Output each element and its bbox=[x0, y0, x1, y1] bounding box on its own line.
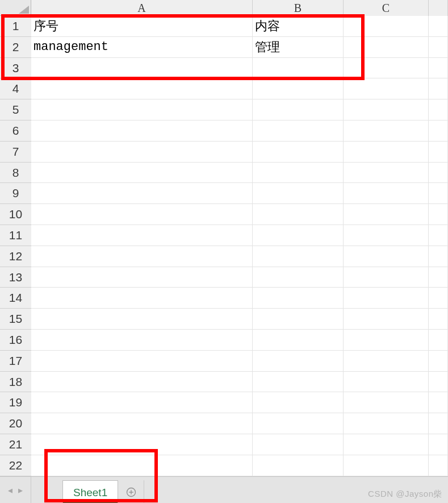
nav-next-icon[interactable]: ▸ bbox=[18, 485, 23, 496]
add-sheet-button[interactable] bbox=[118, 480, 144, 503]
cell-edge[interactable] bbox=[429, 372, 448, 393]
cell-edge[interactable] bbox=[429, 37, 448, 58]
cell[interactable] bbox=[31, 120, 253, 142]
cell[interactable] bbox=[253, 351, 344, 372]
cell[interactable] bbox=[253, 142, 344, 163]
row-header[interactable]: 3 bbox=[0, 58, 31, 79]
row-header[interactable]: 10 bbox=[0, 204, 31, 225]
column-header-A[interactable]: A bbox=[31, 0, 253, 16]
cell-edge[interactable] bbox=[429, 330, 448, 351]
cell-edge[interactable] bbox=[429, 413, 448, 434]
row-header[interactable]: 12 bbox=[0, 246, 31, 267]
cell-C2[interactable] bbox=[344, 37, 429, 58]
sheet-tab-active[interactable]: Sheet1 bbox=[62, 480, 118, 503]
row-header[interactable]: 21 bbox=[0, 434, 31, 455]
cell[interactable] bbox=[31, 309, 253, 330]
cell-B2[interactable]: 管理 bbox=[253, 37, 344, 58]
row-header[interactable]: 17 bbox=[0, 351, 31, 372]
cell-edge[interactable] bbox=[429, 455, 448, 476]
cell-edge[interactable] bbox=[429, 267, 448, 288]
cell[interactable] bbox=[253, 267, 344, 288]
cell-edge[interactable] bbox=[429, 163, 448, 184]
cell[interactable] bbox=[344, 288, 429, 309]
cell[interactable] bbox=[344, 99, 429, 120]
cell[interactable] bbox=[344, 372, 429, 393]
cell-edge[interactable] bbox=[429, 434, 448, 455]
cell-edge[interactable] bbox=[429, 246, 448, 267]
cell[interactable] bbox=[253, 330, 344, 351]
row-header[interactable]: 19 bbox=[0, 392, 31, 413]
row-header[interactable]: 16 bbox=[0, 330, 31, 351]
select-all-corner[interactable] bbox=[0, 0, 31, 16]
row-header[interactable]: 5 bbox=[0, 99, 31, 120]
cell[interactable] bbox=[31, 267, 253, 288]
cell[interactable] bbox=[344, 78, 429, 99]
cell[interactable] bbox=[31, 183, 253, 204]
cell[interactable] bbox=[31, 142, 253, 163]
row-header[interactable]: 4 bbox=[0, 78, 31, 99]
column-header-B[interactable]: B bbox=[253, 0, 344, 16]
cell-edge[interactable] bbox=[429, 309, 448, 330]
cell-edge[interactable] bbox=[429, 288, 448, 309]
row-header[interactable]: 20 bbox=[0, 413, 31, 434]
nav-prev-icon[interactable]: ◂ bbox=[8, 485, 12, 496]
cell-edge[interactable] bbox=[429, 183, 448, 204]
row-header[interactable]: 18 bbox=[0, 372, 31, 393]
cell[interactable] bbox=[253, 225, 344, 246]
cell-edge[interactable] bbox=[429, 99, 448, 120]
cell[interactable] bbox=[344, 309, 429, 330]
row-header[interactable]: 22 bbox=[0, 455, 31, 476]
cell[interactable] bbox=[253, 372, 344, 393]
cell[interactable] bbox=[31, 351, 253, 372]
cell[interactable] bbox=[31, 246, 253, 267]
cell[interactable] bbox=[344, 434, 429, 455]
cell[interactable] bbox=[253, 288, 344, 309]
cell[interactable] bbox=[253, 58, 344, 79]
row-header[interactable]: 2 bbox=[0, 37, 31, 58]
cell[interactable] bbox=[344, 413, 429, 434]
cell[interactable] bbox=[31, 372, 253, 393]
cell[interactable] bbox=[31, 163, 253, 184]
cell[interactable] bbox=[31, 99, 253, 120]
row-header[interactable]: 8 bbox=[0, 163, 31, 184]
cell[interactable] bbox=[253, 163, 344, 184]
cell[interactable] bbox=[344, 120, 429, 142]
cell[interactable] bbox=[344, 330, 429, 351]
cell[interactable] bbox=[31, 392, 253, 413]
cell[interactable] bbox=[253, 434, 344, 455]
cell[interactable] bbox=[31, 413, 253, 434]
cell-edge[interactable] bbox=[429, 78, 448, 99]
cell[interactable] bbox=[344, 246, 429, 267]
cell[interactable] bbox=[344, 58, 429, 79]
cell[interactable] bbox=[253, 204, 344, 225]
cell[interactable] bbox=[344, 142, 429, 163]
row-header[interactable]: 13 bbox=[0, 267, 31, 288]
cell[interactable] bbox=[344, 351, 429, 372]
tab-nav-controls[interactable]: ◂ ▸ bbox=[0, 477, 31, 503]
row-header[interactable]: 6 bbox=[0, 120, 31, 142]
cell[interactable] bbox=[344, 225, 429, 246]
cell[interactable] bbox=[344, 204, 429, 225]
cell[interactable] bbox=[344, 455, 429, 476]
row-header[interactable]: 11 bbox=[0, 225, 31, 246]
row-header[interactable]: 9 bbox=[0, 183, 31, 204]
row-header[interactable]: 14 bbox=[0, 288, 31, 309]
cell-B1[interactable]: 内容 bbox=[253, 16, 344, 37]
cell[interactable] bbox=[31, 288, 253, 309]
cell-edge[interactable] bbox=[429, 120, 448, 142]
row-header[interactable]: 7 bbox=[0, 142, 31, 163]
cell[interactable] bbox=[253, 246, 344, 267]
cell-A1[interactable]: 序号 bbox=[31, 16, 253, 37]
cell-edge[interactable] bbox=[429, 225, 448, 246]
row-header[interactable]: 15 bbox=[0, 309, 31, 330]
cell[interactable] bbox=[253, 183, 344, 204]
cell[interactable] bbox=[344, 267, 429, 288]
cell-edge[interactable] bbox=[429, 142, 448, 163]
cell[interactable] bbox=[31, 225, 253, 246]
column-header-C[interactable]: C bbox=[344, 0, 429, 16]
cell[interactable] bbox=[31, 455, 253, 476]
cell[interactable] bbox=[344, 163, 429, 184]
cell-A2[interactable]: management bbox=[31, 37, 253, 58]
cell[interactable] bbox=[31, 78, 253, 99]
cell-edge[interactable] bbox=[429, 16, 448, 37]
